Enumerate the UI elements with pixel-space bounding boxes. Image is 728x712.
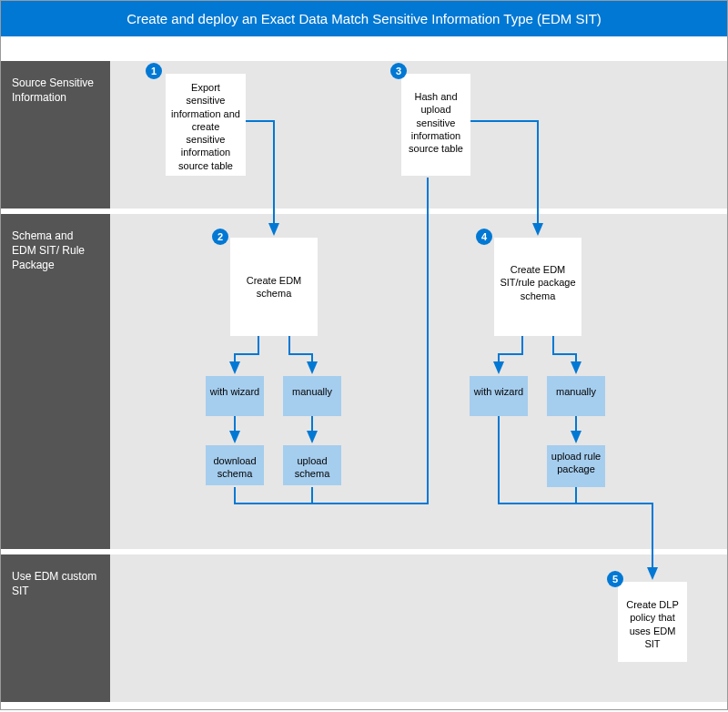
diagram-title: Create and deploy an Exact Data Match Se… [1,1,727,36]
node-create-rule-pkg-text: Create EDM SIT/rule package schema [500,264,575,301]
node-with-wizard-b: with wizard [470,376,528,416]
node-export-sensitive-info: 1 Export sensitive information and creat… [166,74,246,176]
node-download-schema: download schema [206,445,264,485]
node-with-wizard-a: with wizard [206,376,264,416]
node-hash-upload: 3 Hash and upload sensitive information … [401,74,470,176]
badge-1: 1 [146,63,162,79]
node-create-edm-schema-text: Create EDM schema [247,275,302,299]
node-create-edm-schema: 2 Create EDM schema [230,238,318,336]
node-hash-text: Hash and upload sensitive information so… [409,91,463,154]
node-manually-a: manually [283,376,341,416]
node-create-dlp-text: Create DLP policy that uses EDM SIT [626,599,678,649]
node-manually-b: manually [547,376,605,416]
badge-3: 3 [390,63,407,79]
node-upload-rule-pkg: upload rule package [547,445,605,487]
node-create-dlp: 5 Create DLP policy that uses EDM SIT [618,582,687,662]
lane-label-3: Use EDM custom SIT [1,554,110,702]
badge-4: 4 [476,229,492,245]
lane-label-2: Schema and EDM SIT/ Rule Package [1,214,110,549]
badge-2: 2 [212,229,228,245]
lane-label-1: Source Sensitive Information [1,61,110,209]
node-upload-schema: upload schema [283,445,341,485]
node-export-text: Export sensitive information and create … [171,82,240,171]
diagram-body: Source Sensitive Information Schema and … [1,39,727,709]
node-create-rule-pkg: 4 Create EDM SIT/rule package schema [494,238,581,336]
badge-5: 5 [607,571,623,587]
